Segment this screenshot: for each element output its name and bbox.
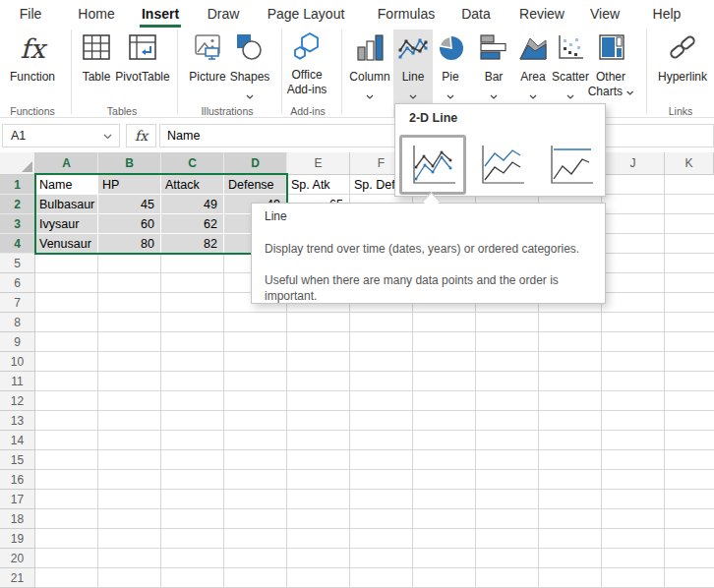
row-header-21[interactable]: 21 [0,568,35,588]
function-button[interactable]: Function [10,70,55,85]
scatter-chevron-icon[interactable] [566,86,574,103]
group-label-functions: Functions [10,105,55,117]
pie-chart-icon[interactable] [437,32,466,66]
row-header-16[interactable]: 16 [0,470,35,490]
formula-bar: A1 fx Name [0,118,714,152]
gallery-item-stacked-line[interactable] [468,135,535,195]
area-chart-button[interactable]: Area [520,70,545,85]
row-header-1[interactable]: 1 [0,175,35,195]
gallery-item-100-stacked-line[interactable] [537,135,604,195]
line-chart-dropdown: 2-D Line [394,103,606,197]
function-fx-icon[interactable]: fx [20,35,44,63]
row-header-13[interactable]: 13 [0,411,35,431]
bar-chevron-icon[interactable] [490,86,498,103]
group-divider [341,29,342,114]
group-label-illustrations: Illustrations [201,105,253,117]
pivottable-button[interactable]: PivotTable [115,70,169,85]
row-header-15[interactable]: 15 [0,450,35,470]
scatter-chart-button[interactable]: Scatter [552,70,589,85]
row-header-6[interactable]: 6 [0,273,35,293]
pie-chart-button[interactable]: Pie [442,70,458,85]
column-header-E[interactable]: E [287,152,350,175]
menu-bar: File Home Insert Draw Page Layout Formul… [0,0,714,28]
row-header-17[interactable]: 17 [0,490,35,509]
column-header-B[interactable]: B [98,152,161,175]
row-header-8[interactable]: 8 [0,313,35,332]
tooltip-title: Line [265,209,287,223]
tooltip: Line Display trend over time (dates, yea… [251,203,606,304]
menu-home[interactable]: Home [78,6,114,22]
pie-chevron-icon[interactable] [446,86,454,103]
ribbon: fx Function Functions Table PivotTable T… [0,28,714,118]
row-header-4[interactable]: 4 [0,234,35,254]
hyperlink-button[interactable]: Hyperlink [658,70,707,85]
column-header-J[interactable]: J [602,152,665,175]
line-chart-button[interactable]: Line [402,70,425,85]
tooltip-body-line2: Useful when there are many data points a… [265,272,589,304]
menu-help[interactable]: Help [653,6,682,22]
group-label-tables: Tables [107,105,137,117]
menu-data[interactable]: Data [461,6,491,22]
column-header-D[interactable]: D [224,152,287,175]
formula-value: Name [167,129,200,143]
column-chart-button[interactable]: Column [349,70,389,85]
name-box-value: A1 [11,129,26,143]
line-chart-icon[interactable] [397,33,429,65]
menu-view[interactable]: View [590,6,620,22]
column-header-K[interactable]: K [665,152,714,175]
other-charts-icon[interactable] [597,33,626,65]
menu-draw[interactable]: Draw [208,6,240,22]
row-header-2[interactable]: 2 [0,195,35,214]
menu-formulas[interactable]: Formulas [378,6,435,22]
table-icon[interactable] [81,31,112,67]
pivottable-icon[interactable] [127,31,158,67]
menu-page-layout[interactable]: Page Layout [268,6,345,22]
row-header-7[interactable]: 7 [0,293,35,313]
bar-chart-icon[interactable] [479,33,508,65]
row-header-20[interactable]: 20 [0,549,35,568]
shapes-button[interactable]: Shapes [230,70,270,85]
table-button[interactable]: Table [83,70,111,85]
bar-chart-button[interactable]: Bar [485,70,504,85]
menu-file[interactable]: File [20,6,42,22]
row-header-5[interactable]: 5 [0,254,35,273]
dropdown-section-title: 2-D Line [409,111,457,125]
name-box-chevron-icon[interactable] [103,134,112,140]
group-label-addins: Add-ins [290,105,326,117]
group-divider [646,29,647,114]
office-addins-icon[interactable] [290,31,324,67]
area-chart-icon[interactable] [518,33,548,65]
fx-button[interactable]: fx [126,124,156,147]
area-chevron-icon[interactable] [529,86,537,103]
column-header-A[interactable]: A [35,152,98,175]
row-header-9[interactable]: 9 [0,332,35,352]
row-header-12[interactable]: 12 [0,391,35,411]
corner-triangle-icon [22,161,32,172]
row-header-3[interactable]: 3 [0,214,35,234]
picture-icon[interactable] [193,31,224,67]
tooltip-body-line1: Display trend over time (dates, years) o… [265,242,579,256]
row-header-14[interactable]: 14 [0,431,35,450]
group-label-links: Links [669,105,693,117]
column-header-C[interactable]: C [161,152,224,175]
menu-review[interactable]: Review [519,6,565,22]
column-chevron-icon[interactable] [366,86,374,103]
column-chart-icon[interactable] [356,33,386,65]
picture-button[interactable]: Picture [189,70,225,85]
scatter-chart-icon[interactable] [556,33,585,65]
row-header-18[interactable]: 18 [0,509,35,529]
shapes-chevron-icon[interactable] [246,86,254,103]
menu-insert[interactable]: Insert [142,6,179,22]
row-header-19[interactable]: 19 [0,529,35,549]
office-addins-button[interactable]: Office Add-ins [282,68,331,97]
row-header-10[interactable]: 10 [0,352,35,372]
other-charts-button[interactable]: OtherCharts [588,70,634,99]
row-header-11[interactable]: 11 [0,372,35,391]
hyperlink-icon[interactable] [667,31,698,67]
gallery-item-line[interactable] [399,135,466,195]
line-chevron-icon[interactable] [409,86,417,103]
name-box[interactable]: A1 [2,124,120,147]
select-all-corner[interactable] [0,152,35,175]
cell-E1[interactable]: Sp. Atk [287,175,350,195]
shapes-icon[interactable] [233,31,265,67]
